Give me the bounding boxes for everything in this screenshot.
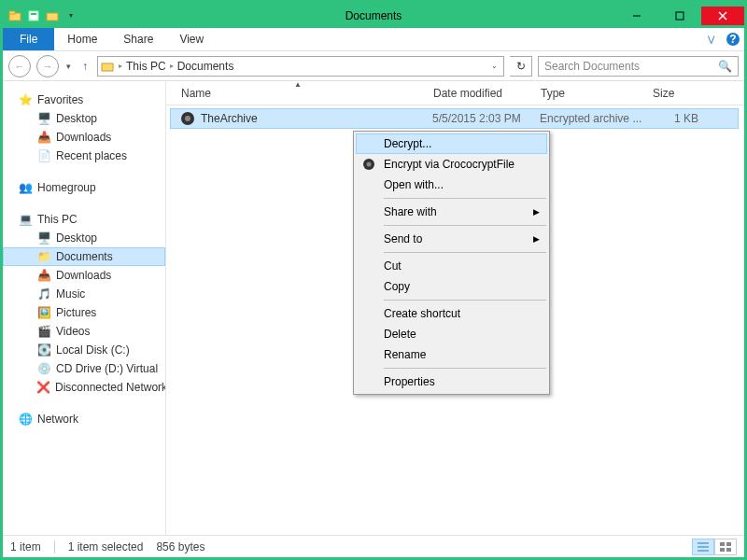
titlebar[interactable]: ▾ Documents	[3, 3, 744, 28]
refresh-button[interactable]: ↻	[510, 56, 532, 77]
network-header[interactable]: 🌐Network	[3, 410, 165, 428]
search-input[interactable]: Search Documents 🔍	[538, 56, 739, 77]
archive-file-icon	[180, 111, 195, 126]
expand-ribbon-icon[interactable]: ⋁	[699, 28, 722, 50]
icons-view-button[interactable]	[714, 539, 737, 555]
svg-rect-6	[676, 12, 684, 20]
ctx-encrypt[interactable]: Encrypt via CrococryptFile	[356, 154, 547, 175]
ctx-decrypt[interactable]: Decrypt...	[356, 133, 547, 154]
ctx-separator	[384, 252, 546, 253]
svg-rect-20	[726, 548, 731, 552]
status-items: 1 item	[10, 540, 41, 553]
context-menu: Decrypt... Encrypt via CrococryptFile Op…	[353, 131, 550, 395]
pictures-icon: 🖼️	[36, 305, 51, 320]
address-row: ← → ▾ ↑ ▸ This PC ▸ Documents ⌄ ↻ Search…	[3, 51, 744, 81]
help-icon[interactable]: ?	[722, 28, 744, 50]
ctx-delete[interactable]: Delete	[356, 324, 547, 344]
svg-rect-19	[720, 548, 725, 552]
recent-locations-icon[interactable]: ▾	[64, 62, 73, 71]
svg-rect-2	[29, 11, 38, 21]
ctx-properties[interactable]: Properties	[356, 371, 547, 392]
ctx-separator	[384, 300, 546, 301]
ctx-separator	[384, 198, 546, 199]
sort-asc-icon: ▲	[294, 81, 302, 89]
svg-rect-3	[31, 13, 36, 15]
breadcrumb-documents[interactable]: Documents	[177, 60, 234, 73]
forward-button[interactable]: →	[36, 55, 59, 77]
file-date: 5/5/2015 2:03 PM	[423, 112, 530, 125]
ctx-sendto[interactable]: Send to▶	[356, 229, 547, 249]
address-bar[interactable]: ▸ This PC ▸ Documents ⌄	[97, 56, 504, 77]
videos-icon: 🎬	[36, 324, 51, 339]
desktop-icon: 🖥️	[36, 111, 51, 126]
ctx-rename[interactable]: Rename	[356, 344, 547, 365]
back-button[interactable]: ←	[8, 55, 31, 77]
nav-localdisk[interactable]: 💽Local Disk (C:)	[3, 341, 165, 359]
svg-rect-18	[726, 542, 731, 546]
share-tab[interactable]: Share	[110, 28, 166, 50]
location-folder-icon	[100, 59, 115, 74]
close-button[interactable]	[701, 7, 744, 25]
ctx-openwith[interactable]: Open with...	[356, 175, 547, 195]
status-bar: 1 item 1 item selected 856 bytes	[3, 535, 744, 557]
column-headers: Name▲ Date modified Type Size	[166, 81, 744, 105]
recent-icon: 📄	[36, 148, 51, 163]
navigation-pane: ⭐Favorites 🖥️Desktop 📥Downloads 📄Recent …	[3, 81, 166, 535]
nav-desktop[interactable]: 🖥️Desktop	[3, 109, 165, 128]
window-title: Documents	[345, 9, 402, 22]
col-name[interactable]: Name▲	[172, 87, 424, 100]
up-button[interactable]: ↑	[78, 60, 92, 73]
nav-pictures[interactable]: 🖼️Pictures	[3, 303, 165, 322]
view-tab[interactable]: View	[166, 28, 217, 50]
nav-disconnected[interactable]: ❌Disconnected Network	[3, 378, 165, 397]
chevron-right-icon[interactable]: ▸	[117, 62, 124, 70]
nav-documents[interactable]: 📁Documents	[3, 247, 165, 266]
downloads-icon: 📥	[36, 268, 51, 283]
col-size[interactable]: Size	[643, 87, 709, 100]
thispc-header[interactable]: 💻This PC	[3, 210, 165, 229]
ctx-sharewith[interactable]: Share with▶	[356, 202, 547, 222]
col-date[interactable]: Date modified	[424, 87, 531, 100]
ribbon-tabs: File Home Share View ⋁ ?	[3, 28, 744, 51]
nav-recent[interactable]: 📄Recent places	[3, 147, 165, 165]
svg-rect-17	[720, 542, 725, 546]
folder-icon: 📁	[36, 249, 51, 264]
ctx-copy[interactable]: Copy	[356, 276, 547, 297]
file-tab[interactable]: File	[3, 28, 54, 50]
nav-videos[interactable]: 🎬Videos	[3, 322, 165, 341]
details-view-button[interactable]	[692, 539, 714, 555]
nav-cddrive[interactable]: 💿CD Drive (D:) Virtual	[3, 359, 165, 378]
ctx-separator	[384, 368, 546, 369]
col-type[interactable]: Type	[531, 87, 643, 100]
ctx-separator	[384, 225, 546, 226]
minimize-button[interactable]	[615, 7, 658, 25]
qat-newfolder-icon[interactable]	[44, 7, 61, 24]
search-icon: 🔍	[718, 60, 732, 73]
svg-rect-11	[102, 63, 113, 71]
svg-text:?: ?	[729, 33, 736, 46]
svg-rect-1	[9, 11, 15, 14]
file-row[interactable]: TheArchive 5/5/2015 2:03 PM Encrypted ar…	[170, 108, 739, 129]
crococrypt-icon	[360, 156, 377, 173]
qat-properties-icon[interactable]	[25, 7, 42, 24]
ctx-cut[interactable]: Cut	[356, 256, 547, 276]
nav-desktop2[interactable]: 🖥️Desktop	[3, 229, 165, 247]
svg-rect-4	[47, 13, 58, 21]
breadcrumb-thispc[interactable]: This PC	[126, 60, 166, 73]
cd-icon: 💿	[36, 361, 51, 376]
nav-music[interactable]: 🎵Music	[3, 285, 165, 303]
file-name: TheArchive	[201, 112, 258, 125]
submenu-arrow-icon: ▶	[533, 234, 540, 244]
qat-dropdown-icon[interactable]: ▾	[63, 7, 79, 24]
nav-downloads2[interactable]: 📥Downloads	[3, 266, 165, 285]
homegroup-header[interactable]: 👥Homegroup	[3, 178, 165, 197]
maximize-button[interactable]	[658, 7, 701, 25]
nav-downloads[interactable]: 📥Downloads	[3, 128, 165, 147]
status-separator	[54, 540, 55, 553]
folder-icon	[7, 7, 23, 24]
home-tab[interactable]: Home	[54, 28, 110, 50]
ctx-createshortcut[interactable]: Create shortcut	[356, 303, 547, 324]
favorites-header[interactable]: ⭐Favorites	[3, 91, 165, 109]
address-dropdown-icon[interactable]: ⌄	[487, 62, 501, 70]
chevron-right-icon[interactable]: ▸	[168, 62, 176, 70]
